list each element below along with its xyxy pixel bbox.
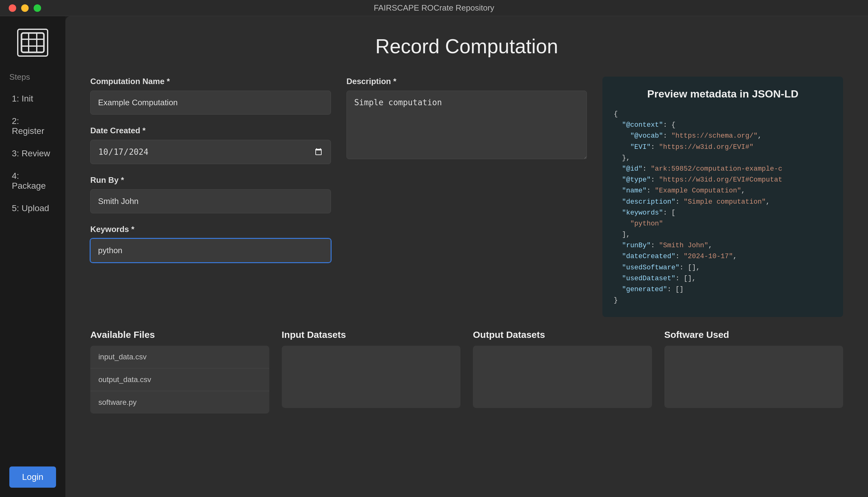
available-files-panel: Available Files input_data.csv output_da… (90, 329, 269, 414)
date-created-input[interactable] (90, 140, 331, 164)
available-files-title: Available Files (90, 329, 269, 340)
available-files-list: input_data.csv output_data.csv software.… (90, 346, 269, 414)
date-created-field: Date Created * (90, 126, 331, 164)
sidebar: Steps 1: Init 2: Register 3: Review 4: P… (0, 16, 66, 497)
input-datasets-panel: Input Datasets (282, 329, 461, 414)
description-textarea[interactable] (347, 90, 587, 159)
json-preview-title: Preview metadata in JSON-LD (614, 88, 832, 100)
output-datasets-list[interactable] (473, 346, 652, 408)
sidebar-nav: 1: Init 2: Register 3: Review 4: Package… (0, 88, 66, 219)
main-content: Record Computation Computation Name * Da… (66, 16, 868, 497)
computation-name-field: Computation Name * (90, 76, 331, 115)
sidebar-item-register[interactable]: 2: Register (2, 111, 63, 142)
run-by-input[interactable] (90, 189, 331, 213)
software-used-panel: Software Used (664, 329, 843, 414)
minimize-button[interactable] (21, 4, 29, 12)
bottom-section: Available Files input_data.csv output_da… (90, 329, 843, 414)
computation-name-input[interactable] (90, 90, 331, 115)
titlebar-title: FAIRSCAPE ROCrate Repository (374, 3, 494, 13)
app-logo (17, 29, 48, 57)
sidebar-logo (0, 29, 66, 57)
form-area: Computation Name * Date Created * Run By… (90, 76, 843, 317)
steps-label: Steps (0, 72, 66, 88)
sidebar-bottom: Login (0, 457, 66, 497)
keywords-field: Keywords * (90, 225, 331, 262)
input-datasets-title: Input Datasets (282, 329, 461, 340)
svg-rect-0 (21, 33, 44, 52)
output-datasets-title: Output Datasets (473, 329, 652, 340)
software-used-list[interactable] (664, 346, 843, 408)
output-datasets-panel: Output Datasets (473, 329, 652, 414)
titlebar: FAIRSCAPE ROCrate Repository (0, 0, 868, 16)
json-preview-panel: Preview metadata in JSON-LD { "@context"… (603, 76, 843, 317)
window-controls (9, 4, 41, 12)
software-used-title: Software Used (664, 329, 843, 340)
file-item-software[interactable]: software.py (90, 391, 269, 414)
input-datasets-list[interactable] (282, 346, 461, 408)
page-title: Record Computation (90, 35, 843, 58)
run-by-field: Run By * (90, 175, 331, 213)
form-left: Computation Name * Date Created * Run By… (90, 76, 331, 317)
close-button[interactable] (9, 4, 16, 12)
file-item-input-data[interactable]: input_data.csv (90, 346, 269, 368)
app-body: Steps 1: Init 2: Register 3: Review 4: P… (0, 16, 868, 497)
sidebar-item-review[interactable]: 3: Review (2, 143, 63, 164)
login-button[interactable]: Login (9, 467, 56, 488)
computation-name-label: Computation Name * (90, 76, 331, 86)
run-by-label: Run By * (90, 175, 331, 185)
maximize-button[interactable] (34, 4, 41, 12)
file-item-output-data[interactable]: output_data.csv (90, 368, 269, 391)
date-created-label: Date Created * (90, 126, 331, 136)
keywords-label: Keywords * (90, 225, 331, 234)
description-label: Description * (347, 76, 587, 86)
sidebar-item-package[interactable]: 4: Package (2, 165, 63, 197)
keywords-input[interactable] (90, 239, 331, 262)
json-preview-content: { "@context": { "@vocab": "https://schem… (614, 109, 832, 306)
sidebar-item-init[interactable]: 1: Init (2, 88, 63, 109)
form-middle: Description * (347, 76, 587, 317)
sidebar-item-upload[interactable]: 5: Upload (2, 198, 63, 219)
